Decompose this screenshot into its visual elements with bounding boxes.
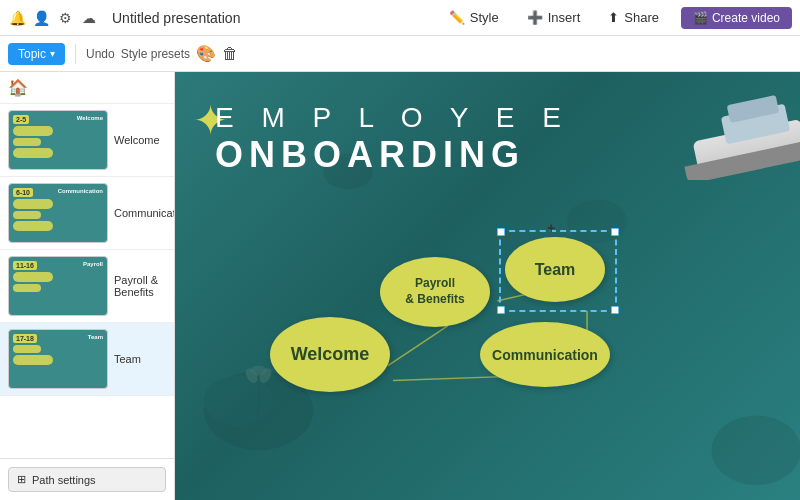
onboarding-text: ONBOARDING xyxy=(215,134,571,176)
style-icon: ✏️ xyxy=(449,10,465,25)
slide-title-communication: Communication xyxy=(114,207,175,219)
slide-item-welcome[interactable]: 2-5 Welcome Welcome xyxy=(0,104,174,177)
cloud-icon[interactable]: ☁ xyxy=(80,9,98,27)
slide-background: ✦ E M P L O Y E E ONBOARDING xyxy=(175,72,800,500)
app-icons: 🔔 👤 ⚙ ☁ xyxy=(8,9,98,27)
resize-handle-bl[interactable] xyxy=(497,306,505,314)
plus-cursor-icon: + xyxy=(547,220,555,236)
share-icon: ⬆ xyxy=(608,10,619,25)
insert-icon: ➕ xyxy=(527,10,543,25)
home-icon: 🏠 xyxy=(8,78,28,97)
slide-thumbnail-payroll: 11-16 Payroll xyxy=(8,256,108,316)
canvas-area[interactable]: ✦ E M P L O Y E E ONBOARDING xyxy=(175,72,800,500)
resize-handle-tr[interactable] xyxy=(611,228,619,236)
path-settings-button[interactable]: ⊞ Path settings xyxy=(8,467,166,492)
slide-item-payroll[interactable]: 11-16 Payroll Payroll & Benefits xyxy=(0,250,174,323)
slide-title-welcome: Welcome xyxy=(114,134,160,146)
sidebar: 🏠 2-5 Welcome Welcome xyxy=(0,72,175,500)
slide-title-team: Team xyxy=(114,353,141,365)
chevron-down-icon: ▾ xyxy=(50,48,55,59)
slide-thumbnail-team: 17-18 Team xyxy=(8,329,108,389)
svg-point-9 xyxy=(257,366,274,385)
svg-point-8 xyxy=(243,366,260,385)
payroll-ellipse[interactable]: Payroll& Benefits xyxy=(380,257,490,327)
slide-thumbnail-welcome: 2-5 Welcome xyxy=(8,110,108,170)
resize-handle-br[interactable] xyxy=(611,306,619,314)
palette-icon[interactable]: 🎨 xyxy=(196,44,216,63)
sidebar-bottom: ⊞ Path settings xyxy=(0,458,174,500)
welcome-ellipse[interactable]: Welcome xyxy=(270,317,390,392)
bell-icon[interactable]: 🔔 xyxy=(8,9,26,27)
resize-handle-tl[interactable] xyxy=(497,228,505,236)
slide-thumbnail-communication: 6-10 Communication xyxy=(8,183,108,243)
undo-button[interactable]: Undo xyxy=(86,47,115,61)
slide-item-communication[interactable]: 6-10 Communication Communication xyxy=(0,177,174,250)
style-button[interactable]: ✏️ Style xyxy=(435,6,513,29)
svg-point-3 xyxy=(567,199,627,243)
app-title: Untitled presentation xyxy=(106,10,427,26)
insert-button[interactable]: ➕ Insert xyxy=(513,6,595,29)
toolbar: Topic ▾ Undo Style presets 🎨 🗑 xyxy=(0,36,800,72)
slide-heading: E M P L O Y E E ONBOARDING xyxy=(215,102,571,176)
communication-ellipse[interactable]: Communication xyxy=(480,322,610,387)
svg-line-10 xyxy=(388,326,448,366)
svg-point-7 xyxy=(251,366,267,376)
team-ellipse[interactable]: Team xyxy=(505,237,605,302)
delete-icon[interactable]: 🗑 xyxy=(222,45,238,63)
video-icon: 🎬 xyxy=(693,11,708,25)
slide-item-team[interactable]: 17-18 Team Team xyxy=(0,323,174,396)
create-video-button[interactable]: 🎬 Create video xyxy=(681,7,792,29)
employee-text: E M P L O Y E E xyxy=(215,102,571,134)
settings-icon[interactable]: ⚙ xyxy=(56,9,74,27)
user-icon[interactable]: 👤 xyxy=(32,9,50,27)
svg-point-2 xyxy=(711,415,800,485)
home-button[interactable]: 🏠 xyxy=(0,72,174,104)
topic-button[interactable]: Topic ▾ xyxy=(8,43,65,65)
separator xyxy=(75,44,76,64)
main-area: 🏠 2-5 Welcome Welcome xyxy=(0,72,800,500)
boat-decoration xyxy=(670,80,800,180)
top-bar: 🔔 👤 ⚙ ☁ Untitled presentation ✏️ Style ➕… xyxy=(0,0,800,36)
slide-title-payroll: Payroll & Benefits xyxy=(114,274,166,298)
share-button[interactable]: ⬆ Share xyxy=(594,6,673,29)
style-presets-button[interactable]: Style presets xyxy=(121,47,190,61)
svg-point-1 xyxy=(204,376,274,426)
nav-buttons: ✏️ Style ➕ Insert ⬆ Share xyxy=(435,6,673,29)
path-settings-icon: ⊞ xyxy=(17,473,26,486)
